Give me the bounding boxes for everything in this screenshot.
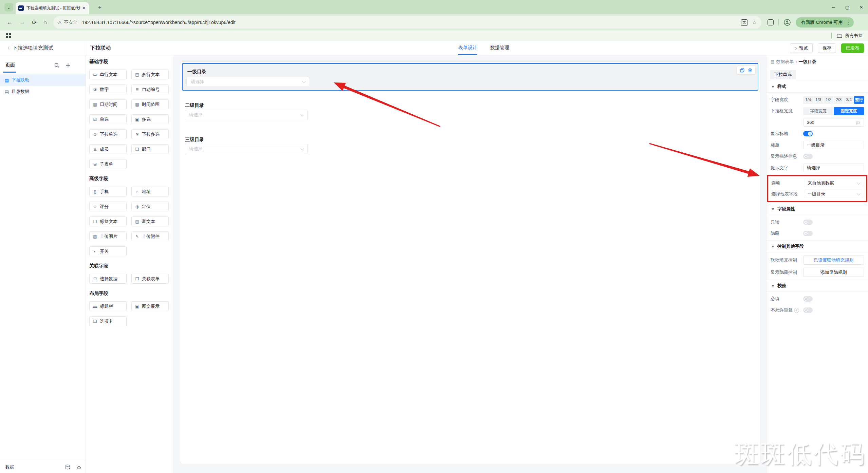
forward-icon[interactable]: → (19, 19, 25, 26)
field-item-radio[interactable]: ☑单选 (89, 114, 127, 124)
selected-field-level1[interactable]: 一级目录 请选择 (182, 63, 758, 91)
home-icon[interactable]: ⌂ (43, 19, 47, 26)
data-footer-label[interactable]: 数据 (5, 464, 14, 470)
tab-search-button[interactable]: ⌄ (4, 3, 13, 12)
breadcrumb-root[interactable]: 数据表单 (776, 59, 794, 65)
pages-panel-title[interactable]: 页面 (5, 62, 15, 68)
field-item-member[interactable]: ♙成员 (89, 144, 127, 154)
field-item-address[interactable]: ⌂地址 (131, 187, 169, 196)
window-minimize-button[interactable]: ─ (832, 5, 835, 10)
field-icon: ♙ (93, 147, 97, 152)
show-title-toggle[interactable] (803, 131, 813, 136)
field-item-image-text[interactable]: ▣图文展示 (131, 301, 169, 311)
field-item-phone[interactable]: ▯手机 (89, 187, 127, 196)
style-section-header[interactable]: ▼ 样式 (767, 81, 868, 93)
translate-icon[interactable]: 文 (741, 19, 747, 26)
field-item-upload-attachment[interactable]: ✎上传附件 (131, 231, 169, 241)
dropdown-width-option-selected[interactable]: 固定宽度 (834, 107, 864, 115)
hidden-toggle[interactable] (803, 231, 813, 236)
field-item-dropdown-multi[interactable]: ≋下拉多选 (131, 129, 169, 139)
not-secure-label[interactable]: 不安全 (64, 19, 77, 25)
level1-select[interactable]: 请选择 (186, 77, 309, 87)
no-duplicate-toggle[interactable] (803, 307, 813, 313)
field-item-label-text[interactable]: ❑标签文本 (89, 216, 127, 226)
show-description-toggle[interactable] (803, 154, 813, 159)
field-item-datetime[interactable]: ▦日期时间 (89, 99, 127, 109)
field-item-upload-image[interactable]: ▨上传图片 (89, 231, 127, 241)
field-item-subform[interactable]: ⊞子表单 (89, 159, 127, 169)
visibility-rule-button[interactable]: 添加显隐规则 (803, 268, 864, 277)
window-maximize-button[interactable]: ▢ (845, 5, 849, 10)
width-option[interactable]: 1/4 (803, 96, 813, 104)
required-toggle[interactable] (803, 296, 813, 302)
readonly-toggle[interactable] (803, 220, 813, 225)
field-item-related-form[interactable]: ❐关联表单 (131, 274, 169, 284)
add-page-icon[interactable] (66, 63, 71, 68)
fixed-width-input[interactable]: 360 px (803, 118, 864, 127)
field-item-tabs-card[interactable]: ❏选项卡 (89, 316, 127, 326)
url-bar[interactable]: ⚠ 不安全 192.168.31.107:16666/?source=openW… (53, 16, 761, 29)
back-icon[interactable]: ← (7, 19, 13, 26)
database-icon[interactable] (65, 465, 71, 470)
profile-icon[interactable] (783, 19, 791, 26)
field-type-tag[interactable]: 下拉单选 (770, 70, 796, 79)
preview-button[interactable]: ▷ 预览 (790, 43, 813, 53)
chrome-update-pill[interactable]: 有新版 Chrome 可用 ⋮ (796, 17, 854, 27)
reload-icon[interactable]: ⟳ (32, 19, 37, 26)
linkage-rule-button[interactable]: 已设置联动填充规则 (803, 256, 864, 265)
hint-text-input[interactable]: 请选择 (803, 164, 864, 172)
extensions-icon[interactable] (768, 19, 774, 25)
trash-icon[interactable] (748, 68, 752, 73)
apps-grid-icon[interactable] (6, 33, 11, 38)
field-item-time-range[interactable]: ▦时间范围 (131, 99, 169, 109)
dropdown-width-option[interactable]: 字段宽度 (803, 107, 833, 115)
width-option[interactable]: 1/3 (813, 96, 823, 104)
validate-section-header[interactable]: ▼ 校验 (767, 280, 868, 292)
copy-icon[interactable] (740, 68, 744, 73)
url-text[interactable]: 192.168.31.107:16666/?source=openWorkben… (82, 20, 738, 25)
search-icon[interactable] (54, 63, 59, 68)
width-option[interactable]: 2/3 (834, 96, 844, 104)
field-item-auto-number[interactable]: ≣自动编号 (131, 84, 169, 94)
field-item-dropdown-single[interactable]: ⊙下拉单选 (89, 129, 127, 139)
field-item-number[interactable]: ③数字 (89, 84, 127, 94)
width-option[interactable]: 3/4 (844, 96, 854, 104)
page-item-directory-data[interactable]: ▤ 目录数据 (0, 86, 86, 97)
field-item-rating[interactable]: ☆评分 (89, 202, 127, 211)
field-item-title-bar[interactable]: ▬标题栏 (89, 301, 127, 311)
level3-select[interactable]: 请选择 (185, 144, 308, 154)
tab-close-icon[interactable]: ✕ (82, 6, 86, 11)
collapse-panel-icon[interactable] (76, 465, 82, 470)
field-item-single-line-text[interactable]: ▭单行文本 (89, 70, 127, 79)
save-button[interactable]: 保存 (818, 43, 836, 53)
attr-section-header[interactable]: ▼ 字段属性 (767, 203, 868, 215)
bookmark-star-icon[interactable]: ☆ (752, 20, 757, 25)
show-description-row: 显示描述信息 (771, 152, 864, 160)
help-icon[interactable]: ? (794, 308, 799, 313)
field-item-multi-line-text[interactable]: ▤多行文本 (131, 70, 169, 79)
publish-button[interactable]: 已发布 (841, 43, 864, 53)
field-item-department[interactable]: ❏部门 (131, 144, 169, 154)
field-item-switch[interactable]: ◐开关 (89, 246, 127, 256)
level2-select[interactable]: 请选择 (185, 110, 308, 120)
width-option[interactable]: 1/2 (824, 96, 833, 104)
title-input[interactable]: 一级目录 (803, 141, 864, 149)
field-item-rich-text[interactable]: ▤富文本 (131, 216, 169, 226)
tab-data-management[interactable]: 数据管理 (490, 41, 509, 55)
options-select[interactable]: 来自他表数据 (804, 179, 863, 187)
other-table-field-select[interactable]: 一级目录 (804, 190, 863, 198)
control-section-header[interactable]: ▼ 控制其他字段 (767, 240, 868, 252)
tab-form-design[interactable]: 表单设计 (458, 41, 477, 55)
page-item-dropdown-linkage[interactable]: ▤ 下拉联动 (0, 74, 86, 86)
field-item-select-data[interactable]: ⊟选择数据 (89, 274, 127, 284)
browser-tab[interactable]: 下拉选项填充测试 - 斑斑低代码 ✕ (16, 2, 89, 14)
all-bookmarks-label[interactable]: 所有书签 (845, 33, 863, 39)
new-tab-button[interactable]: + (96, 3, 104, 12)
width-option-selected[interactable]: 整行 (854, 96, 864, 104)
window-close-button[interactable]: ✕ (860, 5, 863, 10)
field-item-location[interactable]: ◎定位 (131, 202, 169, 211)
bookmarks-bar: 所有书签 (0, 31, 868, 41)
more-menu-icon[interactable]: ⋮ (846, 19, 851, 26)
back-to-app-button[interactable]: 〈 下拉选项填充测试 (5, 45, 53, 51)
field-item-checkbox[interactable]: ▣多选 (131, 114, 169, 124)
